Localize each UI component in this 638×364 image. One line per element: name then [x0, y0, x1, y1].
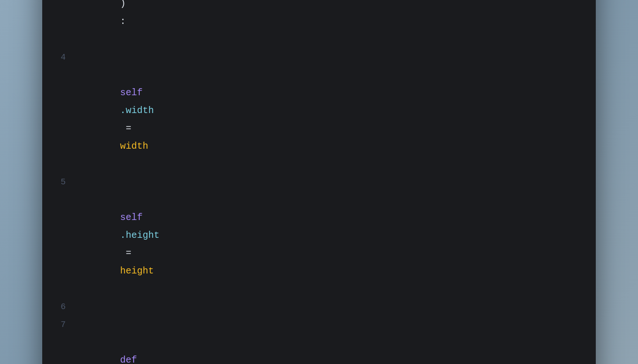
code-window: OOP 1 2 class Rectangle : 3 def: [42, 0, 596, 364]
keyword-def-2: def: [120, 355, 137, 364]
attr-width: .width: [120, 105, 154, 116]
line-number-7: 7: [52, 316, 75, 334]
line-number-4: 4: [52, 48, 75, 66]
code-content-7: def calculate_area ( self ) :: [75, 316, 199, 364]
code-content-3: def __init__ ( self , width , height ) :: [75, 0, 165, 48]
paren-close-3: ): [120, 0, 126, 9]
code-content-5: self .height = height: [75, 173, 165, 298]
self-4: self: [120, 87, 143, 98]
colon-3: :: [120, 16, 126, 27]
line-number-5: 5: [52, 173, 75, 191]
code-line-4: 4 self .width = width: [52, 48, 582, 173]
self-5: self: [120, 212, 143, 223]
indent-7: [120, 337, 143, 348]
code-line-5: 5 self .height = height: [52, 173, 582, 298]
code-editor[interactable]: 1 2 class Rectangle : 3 def __init__ (: [42, 0, 596, 364]
code-line-3: 3 def __init__ ( self , width , height )…: [52, 0, 582, 48]
val-height: height: [120, 265, 154, 276]
line-number-6: 6: [52, 298, 75, 316]
indent-5: [120, 194, 165, 205]
val-width: width: [120, 141, 148, 152]
code-line-6: 6: [52, 298, 582, 316]
equals-4: =: [120, 123, 137, 134]
equals-5: =: [120, 248, 137, 258]
code-line-7: 7 def calculate_area ( self ) :: [52, 316, 582, 364]
attr-height: .height: [120, 230, 160, 241]
code-content-4: self .width = width: [75, 48, 165, 173]
indent-4: [120, 69, 165, 80]
